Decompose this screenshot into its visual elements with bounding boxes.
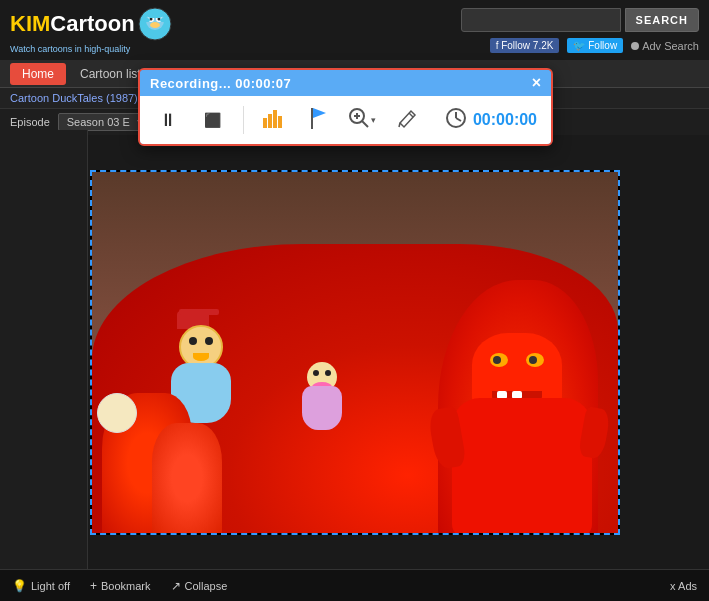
- svg-point-8: [144, 18, 150, 22]
- zoom-icon: [348, 107, 370, 134]
- episode-select[interactable]: Season 03 E: [58, 113, 151, 131]
- sd-body: [302, 386, 342, 430]
- collapse-label: Collapse: [185, 580, 228, 592]
- svg-rect-14: [311, 108, 313, 129]
- recording-controls: ⏸ ⬛: [140, 96, 551, 144]
- svg-rect-12: [273, 110, 277, 128]
- edit-button[interactable]: [393, 104, 421, 136]
- logo-icon: [137, 6, 173, 42]
- fb-label: Follow 7.2K: [501, 40, 553, 51]
- light-off-button[interactable]: 💡 Light off: [12, 579, 70, 593]
- collapse-icon: ↗: [171, 579, 181, 593]
- bookmark-icon: +: [90, 579, 97, 593]
- adv-dot-icon: [631, 42, 639, 50]
- site-header: KIMCartoon Watch cartoons in high-qualit…: [0, 0, 709, 60]
- red-figures-left: [92, 353, 272, 533]
- recording-title-bar: Recording... 00:00:07 ×: [140, 70, 551, 96]
- nav-home[interactable]: Home: [10, 63, 66, 85]
- collapse-button[interactable]: ↗ Collapse: [171, 579, 228, 593]
- svg-line-20: [409, 113, 413, 117]
- duck-hat-brim: [179, 309, 219, 315]
- left-sidebar: [0, 130, 88, 569]
- pause-button[interactable]: ⏸: [154, 104, 182, 136]
- svg-point-9: [160, 18, 166, 22]
- zoom-button[interactable]: ▾: [348, 104, 376, 136]
- recording-toolbar: Recording... 00:00:07 × ⏸ ⬛: [138, 68, 553, 146]
- svg-marker-15: [313, 108, 326, 118]
- chart-icon: [262, 108, 286, 133]
- chart-button[interactable]: [260, 104, 288, 136]
- br-body: [452, 398, 592, 535]
- twitter-follow[interactable]: 🐦 Follow: [567, 38, 623, 53]
- stop-button[interactable]: ⬛: [198, 104, 226, 136]
- search-button[interactable]: SEARCH: [625, 8, 699, 32]
- recording-timer: 00:00:00: [473, 111, 537, 129]
- logo-subtitle: Watch cartoons in high-quality: [10, 44, 130, 54]
- svg-rect-11: [268, 114, 272, 128]
- breadcrumb-link[interactable]: Cartoon DuckTales (1987): [10, 92, 138, 104]
- timer-area: 00:00:00: [445, 107, 537, 133]
- search-bar: SEARCH: [461, 8, 699, 32]
- tw-label: Follow: [588, 40, 617, 51]
- zoom-dropdown-icon: ▾: [371, 115, 376, 125]
- controls-divider: [243, 106, 244, 134]
- ads-label: x Ads: [670, 580, 697, 592]
- adv-search-label: Adv Search: [642, 40, 699, 52]
- logo-area: KIMCartoon Watch cartoons in high-qualit…: [10, 6, 173, 54]
- pause-icon: ⏸: [159, 110, 177, 131]
- edit-icon: [397, 107, 417, 134]
- svg-rect-7: [147, 10, 163, 18]
- recording-close-button[interactable]: ×: [532, 75, 541, 91]
- br-eye-right: [526, 353, 544, 367]
- bookmark-button[interactable]: + Bookmark: [90, 579, 151, 593]
- bookmark-label: Bookmark: [101, 580, 151, 592]
- lightbulb-icon: 💡: [12, 579, 27, 593]
- twitter-icon: 🐦: [573, 40, 585, 51]
- big-red-monster: [452, 333, 592, 533]
- svg-rect-10: [263, 118, 267, 128]
- svg-line-24: [456, 118, 461, 121]
- bottom-bar: 💡 Light off + Bookmark ↗ Collapse x Ads: [0, 569, 709, 601]
- svg-point-6: [150, 22, 160, 28]
- cartoon-scene: [92, 172, 618, 533]
- recording-title: Recording... 00:00:07: [150, 76, 291, 91]
- episode-label: Episode: [10, 116, 50, 128]
- flag-icon: [308, 107, 328, 134]
- flag-button[interactable]: [304, 104, 332, 136]
- stop-icon: ⬛: [204, 112, 221, 128]
- svg-line-17: [362, 121, 368, 127]
- logo-kim: KIM: [10, 11, 50, 36]
- clock-icon: [445, 107, 467, 133]
- br-eye-left: [490, 353, 508, 367]
- video-container: [90, 170, 620, 535]
- fb-icon: f: [496, 40, 499, 51]
- ads-close-button[interactable]: x Ads: [670, 580, 697, 592]
- facebook-like[interactable]: f Follow 7.2K: [490, 38, 560, 53]
- logo-text: KIMCartoon: [10, 13, 135, 35]
- svg-rect-13: [278, 116, 282, 128]
- adv-search-link[interactable]: Adv Search: [631, 40, 699, 52]
- small-duck-character: [302, 362, 357, 432]
- header-right: SEARCH f Follow 7.2K 🐦 Follow Adv Search: [461, 8, 699, 53]
- search-input[interactable]: [461, 8, 621, 32]
- svg-line-21: [399, 123, 400, 127]
- light-off-label: Light off: [31, 580, 70, 592]
- logo-cartoon: Cartoon: [50, 11, 134, 36]
- social-bar: f Follow 7.2K 🐦 Follow Adv Search: [490, 38, 699, 53]
